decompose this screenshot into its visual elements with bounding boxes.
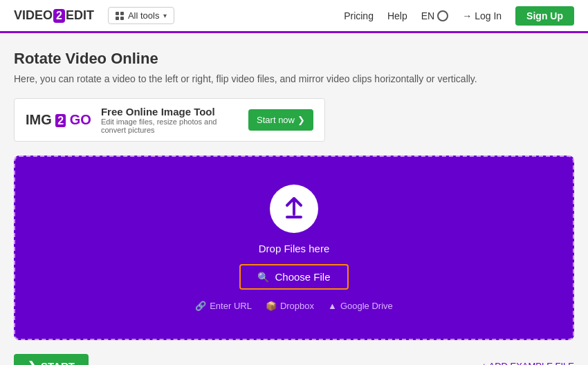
main-content: Rotate Video Online Here, you can rotate… bbox=[0, 33, 588, 365]
ad-arrow-icon: ❯ bbox=[297, 115, 305, 125]
logo-text-part2: 2 bbox=[53, 9, 65, 23]
choose-file-label: Choose File bbox=[275, 271, 330, 283]
google-drive-icon: ▲ bbox=[328, 301, 337, 311]
dropbox-icon: 📦 bbox=[266, 301, 277, 311]
ad-start-label: Start now bbox=[257, 115, 295, 125]
globe-icon bbox=[437, 10, 448, 21]
chevron-down-icon: ▾ bbox=[163, 12, 167, 19]
ad-logo-go: GO bbox=[70, 112, 91, 127]
pricing-link[interactable]: Pricing bbox=[344, 10, 374, 21]
bottom-actions: ❯ START + ADD EXAMPLE FILE bbox=[14, 354, 574, 365]
login-button[interactable]: → Log In bbox=[462, 10, 502, 21]
upload-arrow-svg bbox=[280, 195, 308, 223]
logo-text-part1: VIDEO bbox=[14, 8, 53, 23]
ad-title: Free Online Image Tool bbox=[101, 106, 239, 118]
logo: VIDEO 2 EDIT bbox=[14, 8, 94, 23]
ad-banner: IMG 2 GO Free Online Image Tool Edit ima… bbox=[14, 98, 325, 142]
ad-logo-img: IMG bbox=[26, 112, 52, 127]
start-button[interactable]: ❯ START bbox=[14, 354, 89, 365]
link-icon: 🔗 bbox=[195, 301, 206, 311]
language-selector[interactable]: EN bbox=[421, 10, 448, 21]
all-tools-label: All tools bbox=[128, 10, 160, 21]
ad-text: Free Online Image Tool Edit image files,… bbox=[101, 106, 239, 134]
dropbox-label: Dropbox bbox=[280, 301, 314, 311]
page-description: Here, you can rotate a video to the left… bbox=[14, 73, 574, 84]
header: VIDEO 2 EDIT All tools ▾ Pricing Help EN… bbox=[0, 0, 588, 33]
dropbox-link[interactable]: 📦 Dropbox bbox=[266, 301, 314, 311]
choose-file-button[interactable]: 🔍 Choose File bbox=[239, 264, 348, 290]
lang-label: EN bbox=[421, 10, 434, 21]
svg-rect-0 bbox=[286, 216, 302, 218]
ad-logo-2: 2 bbox=[55, 114, 66, 127]
header-nav: Pricing Help EN → Log In Sign Up bbox=[344, 6, 574, 26]
grid-icon bbox=[116, 12, 124, 20]
enter-url-link[interactable]: 🔗 Enter URL bbox=[195, 301, 252, 311]
help-link[interactable]: Help bbox=[387, 10, 407, 21]
drop-text: Drop Files here bbox=[259, 243, 330, 254]
login-arrow-icon: → bbox=[462, 10, 472, 21]
enter-url-label: Enter URL bbox=[210, 301, 252, 311]
start-label: START bbox=[41, 360, 75, 366]
ad-start-button[interactable]: Start now ❯ bbox=[248, 109, 313, 131]
search-icon: 🔍 bbox=[257, 272, 269, 283]
drop-zone[interactable]: Drop Files here 🔍 Choose File 🔗 Enter UR… bbox=[14, 156, 574, 340]
google-drive-link[interactable]: ▲ Google Drive bbox=[328, 301, 393, 311]
start-chevron-icon: ❯ bbox=[28, 359, 37, 365]
page-title: Rotate Video Online bbox=[14, 50, 574, 68]
upload-icon bbox=[270, 185, 318, 233]
add-example-link[interactable]: + ADD EXAMPLE FILE bbox=[481, 361, 574, 366]
login-label: Log In bbox=[475, 10, 502, 21]
ad-logo: IMG 2 GO bbox=[26, 112, 91, 128]
ad-subtitle: Edit image files, resize photos and conv… bbox=[101, 118, 239, 134]
google-drive-label: Google Drive bbox=[340, 301, 393, 311]
all-tools-button[interactable]: All tools ▾ bbox=[108, 7, 175, 24]
extra-links: 🔗 Enter URL 📦 Dropbox ▲ Google Drive bbox=[195, 301, 393, 311]
logo-text-part3: EDIT bbox=[66, 8, 94, 23]
signup-button[interactable]: Sign Up bbox=[515, 6, 574, 26]
